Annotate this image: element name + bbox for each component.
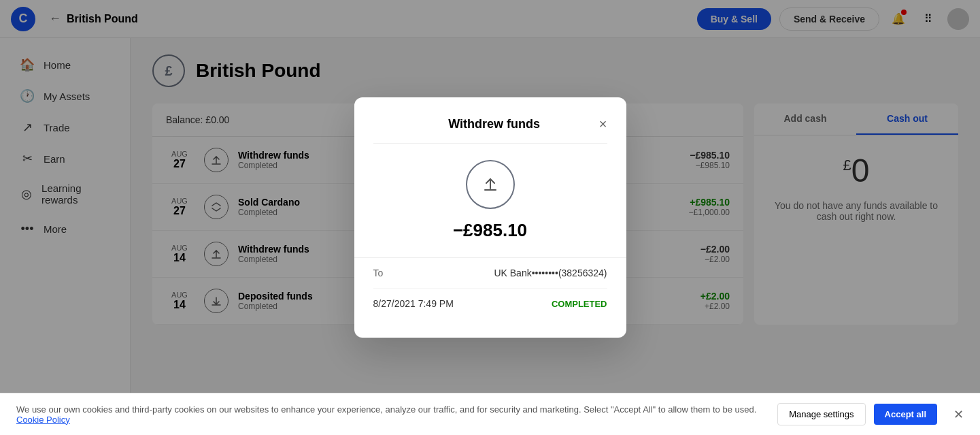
to-value: UK Bank••••••••(38256324) bbox=[494, 268, 607, 278]
cookie-close-button[interactable]: ✕ bbox=[953, 407, 964, 422]
modal-icon-wrap bbox=[373, 160, 607, 209]
modal-status-row: 8/27/2021 7:49 PM COMPLETED bbox=[373, 289, 607, 319]
cookie-text: We use our own cookies and third-party c… bbox=[16, 404, 761, 425]
modal-header: Withdrew funds × bbox=[373, 116, 607, 144]
cookie-actions: Manage settings Accept all ✕ bbox=[777, 403, 964, 425]
modal: Withdrew funds × −£985.10 To UK Bank••••… bbox=[354, 97, 626, 338]
to-label: To bbox=[373, 268, 384, 278]
modal-close-button[interactable]: × bbox=[599, 116, 607, 132]
modal-overlay[interactable]: Withdrew funds × −£985.10 To UK Bank••••… bbox=[0, 0, 980, 435]
modal-datetime: 8/27/2021 7:49 PM bbox=[373, 298, 454, 309]
cookie-banner: We use our own cookies and third-party c… bbox=[0, 393, 980, 435]
modal-amount: −£985.10 bbox=[373, 220, 607, 241]
accept-all-button[interactable]: Accept all bbox=[874, 404, 937, 425]
manage-settings-button[interactable]: Manage settings bbox=[777, 403, 865, 425]
upload-icon bbox=[481, 175, 500, 194]
modal-transaction-icon bbox=[466, 160, 515, 209]
cookie-policy-link[interactable]: Cookie Policy bbox=[16, 415, 70, 425]
modal-title: Withdrew funds bbox=[390, 117, 599, 131]
modal-status: COMPLETED bbox=[552, 299, 607, 309]
modal-to-row: To UK Bank••••••••(38256324) bbox=[373, 258, 607, 289]
